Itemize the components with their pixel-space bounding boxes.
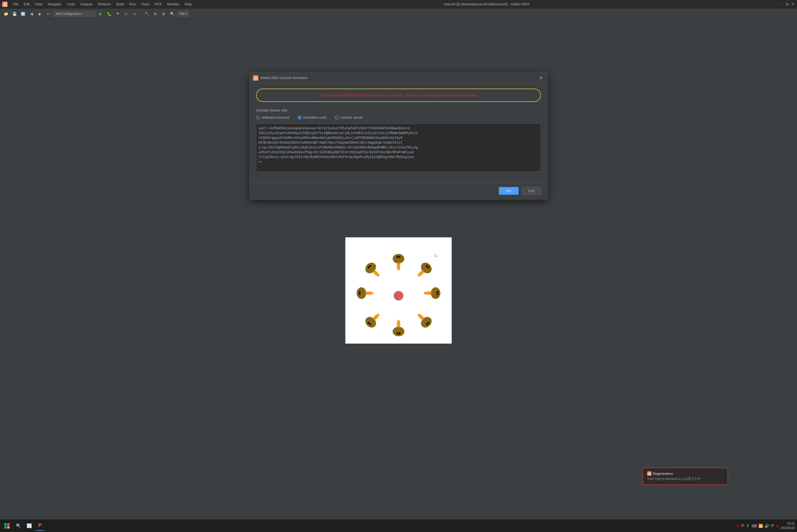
svg-point-40 bbox=[358, 293, 361, 295]
search-everywhere-icon[interactable]: 🔍 bbox=[168, 10, 176, 18]
sougou-icon[interactable]: S bbox=[737, 524, 739, 528]
menu-analyze[interactable]: Analyze bbox=[78, 1, 95, 7]
registration-title: P Registration bbox=[647, 471, 723, 476]
dialog-title-text: IntelliJ IDEA License Activation bbox=[260, 76, 538, 80]
sougou2-icon[interactable]: S bbox=[776, 524, 778, 528]
run-button[interactable]: ▶ bbox=[97, 10, 104, 18]
svg-point-28 bbox=[399, 332, 400, 334]
radio-activation-circle bbox=[298, 116, 301, 119]
taskbar-search[interactable]: 🔍 bbox=[14, 521, 23, 531]
terminal-icon[interactable]: 🖥 bbox=[160, 10, 167, 18]
activation-code-textarea[interactable] bbox=[256, 124, 541, 172]
app-icon: P bbox=[2, 2, 7, 7]
menu-vcs[interactable]: VCS bbox=[152, 1, 164, 7]
svg-point-27 bbox=[396, 331, 401, 336]
menu-view[interactable]: View bbox=[33, 1, 44, 7]
registration-icon: P bbox=[647, 471, 651, 476]
radio-jetbrains-circle bbox=[256, 116, 260, 119]
run-config-dropdown[interactable]: Add Configuration... bbox=[53, 11, 96, 17]
menu-bar: File Edit View Navigate Code Analyze Ref… bbox=[11, 1, 194, 7]
registration-popup-border bbox=[642, 468, 728, 485]
svg-rect-60 bbox=[7, 526, 10, 529]
debug-button[interactable]: 🐛 bbox=[106, 10, 113, 18]
menu-tools[interactable]: Tools bbox=[139, 1, 151, 7]
dialog-title-bar: P IntelliJ IDEA License Activation ✕ bbox=[250, 73, 547, 83]
toolbar-forward-icon[interactable]: ▶ bbox=[36, 10, 44, 18]
dialog-footer: OK Exit bbox=[250, 182, 547, 199]
toolbar-sync-icon[interactable]: 🔄 bbox=[19, 10, 26, 18]
svg-point-52 bbox=[434, 253, 435, 256]
close-button[interactable]: ✕ bbox=[791, 2, 795, 6]
toolbar-save-icon[interactable]: 💾 bbox=[11, 10, 18, 18]
menu-window[interactable]: Window bbox=[165, 1, 181, 7]
radio-license-server[interactable]: License server bbox=[335, 115, 363, 119]
china-icon[interactable]: 中 bbox=[771, 524, 774, 528]
stop-button[interactable]: ■ bbox=[131, 10, 138, 18]
system-clock[interactable]: 10:21 2020/4/24 bbox=[781, 521, 795, 530]
external-tools-icon[interactable]: ⚙ bbox=[151, 10, 159, 18]
svg-point-54 bbox=[435, 255, 435, 256]
taskbar-right: S 中 🎙 ⌨ 📶 🔊 中 S 10:21 2020/4/24 bbox=[737, 521, 795, 530]
svg-point-29 bbox=[397, 332, 398, 334]
taskbar-task-view[interactable]: ⬜ bbox=[24, 521, 34, 531]
network-icon[interactable]: 📶 bbox=[758, 524, 763, 528]
windows-logo-icon bbox=[4, 523, 10, 529]
start-button[interactable] bbox=[2, 521, 12, 531]
radio-activation[interactable]: Activation code bbox=[298, 115, 326, 119]
tail-button[interactable]: Tail ▾ bbox=[177, 11, 189, 17]
run-coverage-button[interactable]: ☂ bbox=[114, 10, 122, 18]
svg-point-55 bbox=[436, 255, 436, 256]
menu-code[interactable]: Code bbox=[65, 1, 77, 7]
menu-edit[interactable]: Edit bbox=[22, 1, 32, 7]
svg-rect-57 bbox=[4, 523, 7, 526]
window-controls: − ⧉ ✕ bbox=[779, 2, 795, 6]
activate-label: Activate license with: bbox=[256, 108, 541, 112]
exit-button[interactable]: Exit bbox=[522, 187, 541, 195]
microphone-icon[interactable]: 🎙 bbox=[746, 524, 750, 528]
radio-server-label: License server bbox=[340, 115, 363, 119]
svg-point-53 bbox=[435, 253, 437, 256]
game-animation-image bbox=[345, 237, 452, 344]
keyboard-icon[interactable]: ⌨ bbox=[752, 524, 757, 528]
dialog-body: This license WN8IEM0P9N has been cancell… bbox=[250, 83, 547, 182]
warning-message: This license WN8IEM0P9N has been cancell… bbox=[319, 93, 478, 97]
ime-chinese-icon[interactable]: 中 bbox=[741, 524, 745, 528]
svg-point-19 bbox=[425, 292, 431, 294]
radio-activation-label: Activation code bbox=[303, 115, 326, 119]
svg-rect-59 bbox=[4, 526, 7, 529]
ok-button[interactable]: OK bbox=[499, 187, 519, 195]
svg-point-3 bbox=[396, 254, 401, 259]
menu-run[interactable]: Run bbox=[127, 1, 138, 7]
restore-button[interactable]: ⧉ bbox=[785, 2, 789, 6]
registration-text: Your copy is licensed to 山东理工大学 bbox=[647, 477, 723, 481]
taskbar: 🔍 ⬜ P S 中 🎙 ⌨ 📶 🔊 中 S 10:21 2020/4/24 bbox=[0, 519, 797, 532]
registration-popup: P Registration Your copy is licensed to … bbox=[643, 468, 728, 484]
toolbar: 📁 💾 🔄 ◀ ▶ ↩ Add Configuration... ▶ 🐛 ☂ ▷… bbox=[0, 8, 797, 19]
dialog-close-button[interactable]: ✕ bbox=[538, 75, 544, 81]
radio-jetbrains[interactable]: JetBrains Account bbox=[256, 115, 289, 119]
volume-icon[interactable]: 🔊 bbox=[764, 524, 769, 528]
menu-navigate[interactable]: Navigate bbox=[45, 1, 63, 7]
toolbar-back-icon[interactable]: ◀ bbox=[28, 10, 35, 18]
taskbar-intellij[interactable]: P bbox=[35, 521, 45, 531]
toolbar-project-icon[interactable]: 📁 bbox=[2, 10, 10, 18]
menu-file[interactable]: File bbox=[11, 1, 20, 7]
svg-point-5 bbox=[399, 256, 400, 258]
menu-help[interactable]: Help bbox=[182, 1, 194, 7]
menu-refactor[interactable]: Refactor bbox=[96, 1, 113, 7]
build-icon[interactable]: 🔨 bbox=[143, 10, 150, 18]
run-with-profiler[interactable]: ▷ bbox=[123, 10, 130, 18]
system-tray: S 中 🎙 ⌨ 📶 🔊 中 S bbox=[737, 524, 778, 528]
toolbar-undo-icon[interactable]: ↩ bbox=[45, 10, 52, 18]
radio-server-circle bbox=[335, 116, 339, 119]
radio-jetbrains-label: JetBrains Account bbox=[261, 115, 289, 119]
svg-point-1 bbox=[394, 291, 403, 301]
window-title: mianshi [D:\develop\sourceCode\mianshi] … bbox=[197, 2, 776, 6]
minimize-button[interactable]: − bbox=[779, 2, 783, 6]
activate-section: Activate license with: JetBrains Account… bbox=[256, 108, 541, 173]
svg-point-41 bbox=[358, 291, 361, 293]
license-activation-dialog: P IntelliJ IDEA License Activation ✕ Thi… bbox=[249, 72, 548, 200]
menu-build[interactable]: Build bbox=[114, 1, 126, 7]
svg-point-43 bbox=[366, 292, 373, 294]
separator-1 bbox=[141, 11, 141, 17]
